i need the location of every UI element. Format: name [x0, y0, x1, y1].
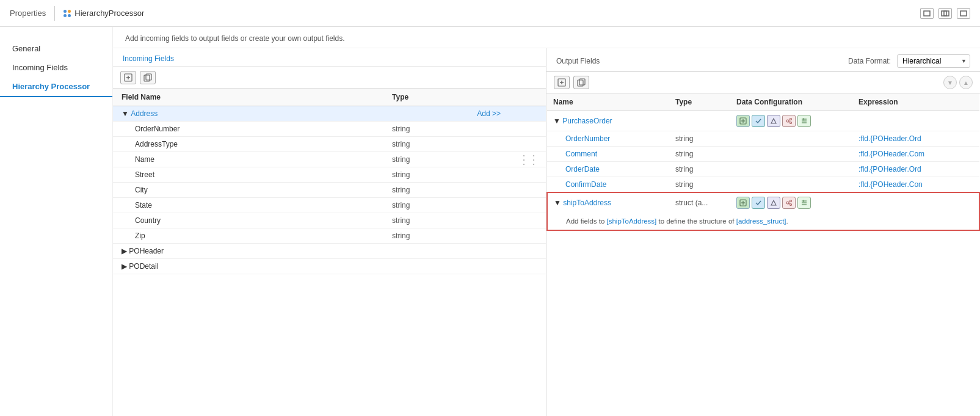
group-name-podetail: PODetail	[129, 262, 158, 271]
left-panel-header: Incoming Fields	[113, 48, 546, 67]
field-name-name: Name	[113, 152, 383, 167]
right-panel: Output Fields Data Format: Hierarchical …	[546, 48, 980, 416]
right-config-confirmdate	[730, 177, 852, 193]
group-row-shiptoaddress[interactable]: ▼ shipToAddress struct (a...	[547, 192, 979, 213]
right-config-ordernumber	[730, 131, 852, 147]
ship-cfg-btn-4[interactable]	[782, 197, 796, 209]
ship-cfg-btn-2[interactable]	[752, 197, 765, 209]
ship-expr	[852, 192, 979, 213]
left-table-container: Field Name Type ▼ Address	[113, 89, 546, 416]
po-name: PurchaseOrder	[562, 117, 612, 125]
copy-field-button[interactable]	[140, 71, 156, 84]
right-row-comment[interactable]: Comment string :fld.{POHeader.Com	[547, 147, 979, 162]
field-table: Field Name Type ▼ Address	[113, 89, 546, 274]
expand-icon-poheader: ▶	[122, 247, 127, 255]
right-panel-top: Output Fields Data Format: Hierarchical …	[546, 48, 980, 72]
right-copy-button[interactable]	[573, 76, 589, 89]
field-type-country: string	[383, 213, 509, 228]
right-field-confirmdate: ConfirmDate	[547, 177, 669, 193]
ship-cfg-btn-1[interactable]	[736, 197, 750, 209]
win-btn-1[interactable]	[920, 8, 934, 19]
col-drag	[509, 89, 546, 106]
ship-cfg-btn-3[interactable]	[767, 197, 780, 209]
processor-name-bar: HierarchyProcessor	[64, 9, 144, 18]
right-add-button[interactable]	[554, 76, 570, 89]
drag-dots	[509, 122, 546, 137]
field-row-state[interactable]: State string	[113, 198, 546, 213]
svg-rect-3	[960, 11, 967, 16]
scroll-down-button[interactable]: ▼	[943, 76, 957, 89]
hp-dot-2	[68, 10, 71, 13]
ship-type: struct (a...	[669, 192, 730, 213]
right-row-orderdate[interactable]: OrderDate string :fld.{POHeader.Ord	[547, 162, 979, 177]
group-row-address[interactable]: ▼ Address Add >>	[113, 106, 546, 122]
svg-line-21	[789, 120, 790, 120]
window-controls	[920, 8, 970, 19]
ship-config-icons	[736, 197, 846, 209]
sidebar-item-general[interactable]: General	[0, 39, 112, 58]
field-row-street[interactable]: Street string	[113, 167, 546, 183]
data-format-label: Data Format:	[848, 57, 891, 65]
expand-icon-podetail: ▶	[122, 262, 127, 271]
right-col-config: Data Configuration	[730, 93, 852, 111]
main-content: Add incoming fields to output fields or …	[113, 27, 980, 416]
right-type-comment: string	[669, 147, 730, 162]
field-row-city[interactable]: City string	[113, 183, 546, 198]
drag-handle: ⋮⋮	[509, 152, 546, 167]
expand-icon-address: ▼	[122, 109, 129, 118]
cfg-btn-5[interactable]	[797, 115, 811, 127]
win-btn-2[interactable]	[938, 8, 952, 19]
field-row-country[interactable]: Country string	[113, 213, 546, 228]
drag-dots	[509, 228, 546, 244]
group-name-cell: ▼ PurchaseOrder	[547, 111, 669, 131]
processor-name-text: HierarchyProcessor	[74, 9, 144, 18]
cfg-btn-1[interactable]	[736, 115, 750, 127]
description-bar: Add incoming fields to output fields or …	[113, 27, 980, 48]
drag-dots	[509, 213, 546, 228]
cfg-btn-3[interactable]	[767, 115, 780, 127]
win-btn-3[interactable]	[957, 8, 970, 19]
ship-config	[730, 192, 852, 213]
right-row-confirmdate[interactable]: ConfirmDate string :fld.{POHeader.Con	[547, 177, 979, 193]
sidebar-item-hierarchy[interactable]: Hierarchy Processor	[0, 77, 112, 97]
right-table: Name Type Data Configuration Expression …	[546, 93, 980, 231]
field-row-ordernumber[interactable]: OrderNumber string	[113, 122, 546, 137]
data-format-select[interactable]: Hierarchical Flat	[897, 54, 970, 68]
ship-link-2: [address_struct]	[736, 217, 786, 225]
ship-cfg-btn-5[interactable]	[797, 197, 811, 209]
field-row-name[interactable]: Name string ⋮⋮	[113, 152, 546, 167]
field-type-ordernumber: string	[383, 122, 509, 137]
sidebar-item-incoming[interactable]: Incoming Fields	[0, 58, 112, 77]
scroll-up-button[interactable]: ▲	[959, 76, 973, 89]
cfg-btn-2[interactable]	[752, 115, 765, 127]
expand-icon-ship: ▼	[554, 199, 561, 207]
group-row-poheader[interactable]: ▶ POHeader	[113, 244, 546, 259]
cfg-btn-4[interactable]	[782, 115, 796, 127]
field-row-zip[interactable]: Zip string	[113, 228, 546, 244]
right-row-ordernumber[interactable]: OrderNumber string :fld.{POHeader.Ord	[547, 131, 979, 147]
main-layout: General Incoming Fields Hierarchy Proces…	[0, 27, 980, 416]
field-type-addresstype: string	[383, 137, 509, 152]
right-col-name: Name	[547, 93, 669, 111]
drag-dots	[509, 198, 546, 213]
svg-line-35	[789, 203, 790, 204]
drag-col	[509, 106, 546, 122]
ship-message-row: Add fields to [shipToAddress] to define …	[547, 213, 979, 230]
field-name-country: Country	[113, 213, 383, 228]
svg-marker-17	[771, 119, 776, 123]
right-expr-orderdate: :fld.{POHeader.Ord	[852, 162, 979, 177]
po-config-icons	[736, 115, 846, 127]
right-table-container: Name Type Data Configuration Expression …	[546, 93, 980, 416]
field-row-addresstype[interactable]: AddressType string	[113, 137, 546, 152]
group-row-podetail[interactable]: ▶ PODetail	[113, 259, 546, 274]
add-address-button[interactable]: Add >>	[477, 109, 501, 118]
group-row-purchaseorder[interactable]: ▼ PurchaseOrder	[547, 111, 979, 131]
right-field-comment: Comment	[547, 147, 669, 162]
right-field-ordernumber: OrderNumber	[547, 131, 669, 147]
right-field-orderdate: OrderDate	[547, 162, 669, 177]
field-type-name: string	[383, 152, 509, 167]
right-type-orderdate: string	[669, 162, 730, 177]
right-expr-comment: :fld.{POHeader.Com	[852, 147, 979, 162]
add-field-group-button[interactable]	[120, 71, 136, 84]
svg-point-31	[786, 202, 789, 204]
